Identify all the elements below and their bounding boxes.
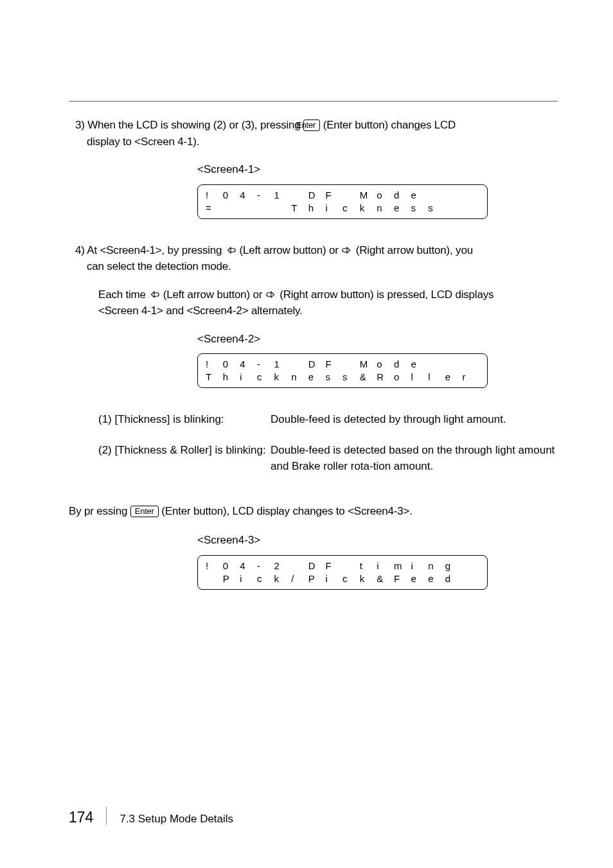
left-arrow-icon — [148, 290, 160, 299]
lcd-row: = T h i c k n e s s — [206, 202, 479, 215]
def-term: (1) [Thickness] is blinking: — [98, 411, 271, 428]
def-description: Double-feed is detected based on the thr… — [271, 442, 561, 475]
enter-key-icon: Enter — [130, 506, 159, 517]
lcd-row: ! 0 4 - 2 D F t i m i n g — [206, 560, 479, 572]
step3-line2: display to <Screen 4-1). — [87, 136, 199, 148]
section-title: 7.3 Setup Mode Details — [120, 811, 233, 828]
lcd-screen-4-3: ! 0 4 - 2 D F t i m i n g P i c k / P i … — [197, 555, 488, 590]
lcd-row: ! 0 4 - 1 D F M o d e — [206, 358, 479, 371]
lcd-screen-4-1: ! 0 4 - 1 D F M o d e = T h i c — [197, 184, 488, 219]
screen-4-2-label: <Screen4-2> — [197, 331, 558, 348]
definition-row-2: (2) [Thickness & Roller] is blinking: Do… — [98, 442, 561, 475]
definition-row-1: (1) [Thickness] is blinking: Double-feed… — [98, 411, 561, 428]
left-arrow-icon — [225, 246, 236, 254]
step-4-text: 4) At <Screen4-1>, by pressing (Left arr… — [69, 242, 558, 275]
page-body: 3) When the LCD is showing (2) or (3), p… — [69, 101, 558, 613]
screen-4-1-label: <Screen4-1> — [197, 161, 558, 178]
lcd-row: T h i c k n e s s & R o l l e r — [206, 371, 479, 384]
closing-text: By pr essing Enter (Enter button), LCD d… — [69, 503, 558, 520]
step3-line1-suffix: (Enter button) changes LCD — [323, 119, 456, 131]
enter-key-icon: Enter — [303, 120, 320, 131]
page-footer: 174 7.3 Setup Mode Details — [69, 804, 233, 829]
lcd-screen-4-2: ! 0 4 - 1 D F M o d e T h i c k n e s s — [197, 353, 488, 388]
step-4-body: Each time (Left arrow button) or (Right … — [69, 287, 558, 319]
definitions: (1) [Thickness] is blinking: Double-feed… — [98, 411, 561, 475]
lcd-row: ! 0 4 - 1 D F M o d e — [206, 189, 479, 202]
right-arrow-icon — [341, 246, 353, 254]
page-number: 174 — [69, 806, 93, 829]
top-divider — [69, 101, 558, 102]
step-3-text: 3) When the LCD is showing (2) or (3), p… — [69, 117, 558, 150]
lcd-row: P i c k / P i c k & F e e d — [206, 572, 479, 585]
def-description: Double-feed is detected by through light… — [271, 411, 561, 428]
step4-line1-prefix: 4) At <Screen4-1>, by pressing — [75, 244, 225, 256]
right-arrow-icon — [265, 290, 277, 299]
footer-separator — [106, 807, 107, 825]
step3-line1-prefix: 3) When the LCD is showing (2) or (3), p… — [75, 119, 303, 131]
def-term: (2) [Thickness & Roller] is blinking: — [98, 442, 271, 459]
screen-4-3-label: <Screen4-3> — [197, 532, 558, 549]
